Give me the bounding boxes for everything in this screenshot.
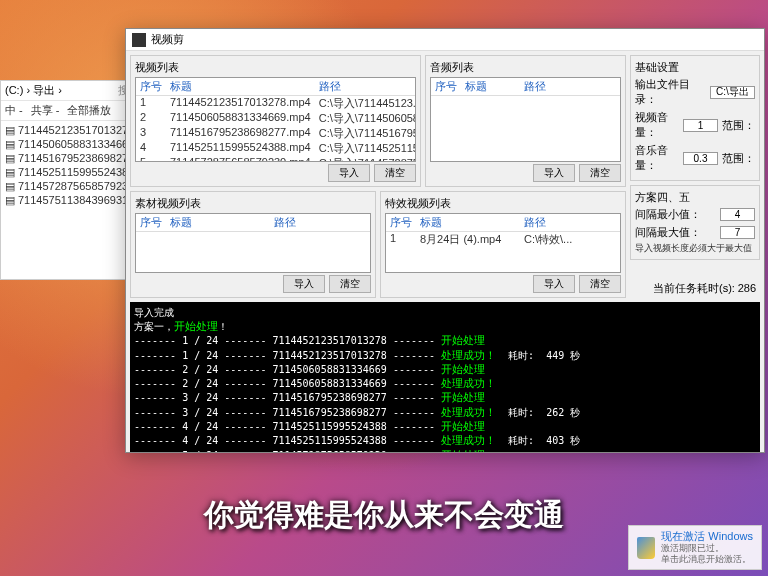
video-file-icon: ▤ — [5, 166, 15, 178]
video-file-icon: ▤ — [5, 138, 15, 150]
clear-button[interactable]: 清空 — [374, 164, 416, 182]
toolbar-item[interactable]: 全部播放 — [67, 103, 111, 118]
list-item[interactable]: 57114572875658579230.mp4C:\导入\7114572875… — [136, 156, 415, 162]
clear-button[interactable]: 清空 — [579, 164, 621, 182]
settings-panel: 基础设置 输出文件目录： 视频音量： 范围： 音乐音量： 范围： — [630, 55, 760, 181]
list-item[interactable]: 37114516795238698277.mp4C:\导入\7114516795… — [136, 126, 415, 141]
import-button[interactable]: 导入 — [533, 275, 575, 293]
shield-icon — [637, 537, 655, 559]
audio-list-panel: 音频列表 序号标题路径 导入 清空 — [425, 55, 626, 187]
clear-button[interactable]: 清空 — [329, 275, 371, 293]
import-button[interactable]: 导入 — [328, 164, 370, 182]
list-item[interactable]: 47114525115995524388.mp4C:\导入\7114525115… — [136, 141, 415, 156]
list-item[interactable]: 27114506058831334669.mp4C:\导入\7114506058… — [136, 111, 415, 126]
video-subtitle: 你觉得难是你从来不会变通 — [0, 495, 768, 536]
material-list-panel: 素材视频列表 序号标题路径 导入 清空 — [130, 191, 376, 298]
video-file-icon: ▤ — [5, 152, 15, 164]
app-icon — [132, 33, 146, 47]
material-list[interactable]: 序号标题路径 — [135, 213, 371, 273]
audio-list[interactable]: 序号标题路径 — [430, 77, 621, 162]
import-button[interactable]: 导入 — [283, 275, 325, 293]
video-list-panel: 视频列表 序号标题路径 17114452123517013278.mp4C:\导… — [130, 55, 421, 187]
video-file-icon: ▤ — [5, 180, 15, 192]
list-item[interactable]: 18月24日 (4).mp4C:\特效\... — [386, 232, 620, 247]
status-text: 当前任务耗时(s): 286 — [630, 279, 760, 298]
clear-button[interactable]: 清空 — [579, 275, 621, 293]
effect-list-panel: 特效视频列表 序号标题路径 18月24日 (4).mp4C:\特效\... 导入… — [380, 191, 626, 298]
video-file-icon: ▤ — [5, 194, 15, 206]
toolbar-item[interactable]: 共享 - — [31, 103, 60, 118]
gap-min-input[interactable] — [720, 208, 755, 221]
audio-volume-input[interactable] — [683, 152, 718, 165]
window-title: 视频剪 — [151, 32, 184, 47]
titlebar[interactable]: 视频剪 — [126, 29, 764, 51]
output-dir-input[interactable] — [710, 86, 755, 99]
video-editor-window: 视频剪 视频列表 序号标题路径 17114452123517013278.mp4… — [125, 28, 765, 453]
video-file-icon: ▤ — [5, 124, 15, 136]
console-output[interactable]: 导入完成 方案一，开始处理！ ------- 1 / 24 ------- 71… — [130, 302, 760, 452]
import-button[interactable]: 导入 — [533, 164, 575, 182]
plan-panel: 方案四、五 间隔最小值： 间隔最大值： 导入视频长度必须大于最大值 — [630, 185, 760, 260]
effect-list[interactable]: 序号标题路径 18月24日 (4).mp4C:\特效\... — [385, 213, 621, 273]
video-volume-input[interactable] — [683, 119, 718, 132]
gap-max-input[interactable] — [720, 226, 755, 239]
video-list[interactable]: 序号标题路径 17114452123517013278.mp4C:\导入\711… — [135, 77, 416, 162]
toolbar-item[interactable]: 中 - — [5, 103, 23, 118]
list-item[interactable]: 17114452123517013278.mp4C:\导入\711445123.… — [136, 96, 415, 111]
